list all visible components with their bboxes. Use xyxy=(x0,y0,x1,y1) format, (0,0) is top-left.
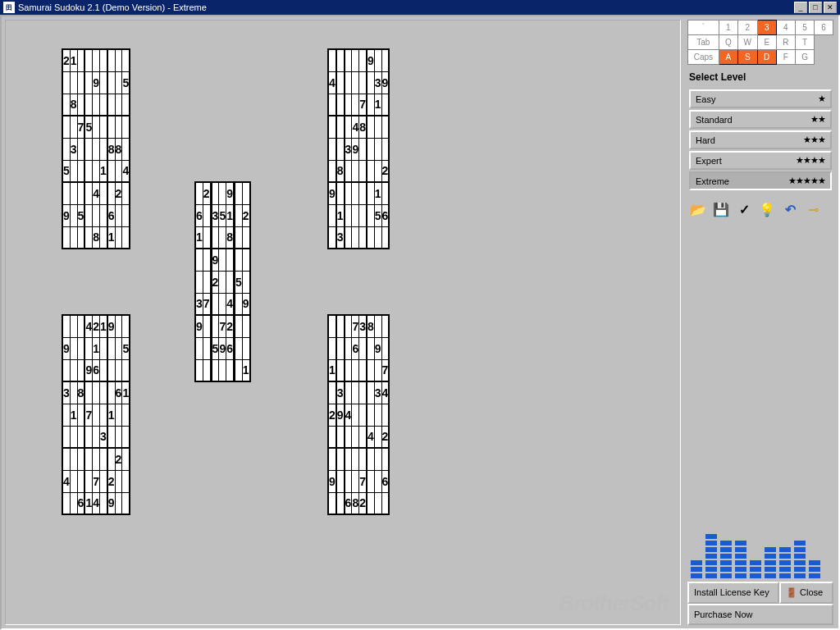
cell[interactable] xyxy=(328,204,336,226)
cell[interactable] xyxy=(122,470,130,492)
cell[interactable]: 9 xyxy=(367,49,374,71)
cell[interactable]: 4 xyxy=(226,293,234,315)
cell[interactable] xyxy=(336,448,344,470)
cell[interactable] xyxy=(219,293,226,315)
cell[interactable] xyxy=(203,249,210,271)
cell[interactable] xyxy=(345,470,352,492)
cell[interactable] xyxy=(367,359,374,381)
level-standard[interactable]: Standard★★ xyxy=(689,110,832,129)
cell[interactable]: 9 xyxy=(62,204,70,226)
cell[interactable]: 1 xyxy=(107,226,115,249)
cell[interactable]: 2 xyxy=(93,315,100,337)
cell[interactable] xyxy=(62,404,70,426)
cell[interactable] xyxy=(195,359,203,381)
cell[interactable]: 8 xyxy=(70,94,77,116)
cell[interactable] xyxy=(62,492,70,514)
level-extreme[interactable]: Extreme★★★★★ xyxy=(689,171,832,190)
cell[interactable] xyxy=(203,315,210,337)
cell[interactable] xyxy=(374,492,381,514)
cell[interactable]: 4 xyxy=(62,470,70,492)
cell[interactable] xyxy=(345,160,352,182)
cell[interactable] xyxy=(242,271,249,293)
cell[interactable] xyxy=(77,404,84,426)
cell[interactable] xyxy=(62,71,70,94)
cell[interactable]: 8 xyxy=(77,381,84,404)
cell[interactable] xyxy=(374,315,381,337)
cell[interactable] xyxy=(359,226,367,249)
cell[interactable]: 3 xyxy=(99,426,107,448)
cell[interactable] xyxy=(77,448,84,470)
cell[interactable]: 1 xyxy=(99,160,107,182)
cell[interactable] xyxy=(235,315,242,337)
cell[interactable] xyxy=(99,138,107,160)
cell[interactable]: 2 xyxy=(226,315,234,337)
cell[interactable]: 4 xyxy=(352,116,359,138)
cell[interactable]: 9 xyxy=(93,71,100,94)
cell[interactable] xyxy=(93,448,100,470)
cell[interactable] xyxy=(107,71,115,94)
cell[interactable]: 2 xyxy=(381,160,389,182)
cell[interactable] xyxy=(70,204,77,226)
cell[interactable] xyxy=(212,315,219,337)
cell[interactable] xyxy=(195,337,203,359)
cell[interactable] xyxy=(336,94,344,116)
cell[interactable] xyxy=(374,116,381,138)
cell[interactable] xyxy=(62,138,70,160)
cell[interactable]: 6 xyxy=(226,337,234,359)
cell[interactable]: 5 xyxy=(235,271,242,293)
cell[interactable] xyxy=(122,204,130,226)
cell[interactable] xyxy=(359,337,367,359)
cell[interactable] xyxy=(93,160,100,182)
cell[interactable] xyxy=(345,426,352,448)
cell[interactable] xyxy=(115,426,122,448)
cell[interactable] xyxy=(235,359,242,381)
cell[interactable]: 4 xyxy=(84,315,92,337)
cell[interactable] xyxy=(219,182,226,204)
cell[interactable] xyxy=(122,138,130,160)
cell[interactable] xyxy=(122,315,130,337)
cell[interactable] xyxy=(107,381,115,404)
cell[interactable]: 5 xyxy=(84,116,92,138)
cell[interactable] xyxy=(84,226,92,249)
cell[interactable]: 9 xyxy=(107,492,115,514)
cell[interactable] xyxy=(122,492,130,514)
cell[interactable] xyxy=(345,204,352,226)
cell[interactable] xyxy=(367,71,374,94)
cell[interactable]: 7 xyxy=(359,470,367,492)
cell[interactable]: 1 xyxy=(328,359,336,381)
cell[interactable] xyxy=(203,204,210,226)
cell[interactable]: 7 xyxy=(93,470,100,492)
cell[interactable] xyxy=(77,160,84,182)
cell[interactable]: 3 xyxy=(336,381,344,404)
hint-icon[interactable]: 💡 xyxy=(758,200,776,218)
cell[interactable] xyxy=(328,492,336,514)
cell[interactable]: 5 xyxy=(212,337,219,359)
cell[interactable]: 9 xyxy=(226,182,234,204)
cell[interactable] xyxy=(107,94,115,116)
cell[interactable]: 9 xyxy=(195,315,203,337)
cell[interactable]: 4 xyxy=(328,71,336,94)
cell[interactable]: 1 xyxy=(122,381,130,404)
cell[interactable] xyxy=(381,116,389,138)
cell[interactable]: 6 xyxy=(93,359,100,381)
cell[interactable]: 4 xyxy=(122,160,130,182)
minimize-button[interactable]: _ xyxy=(794,2,807,13)
cell[interactable] xyxy=(226,359,234,381)
cell[interactable] xyxy=(70,492,77,514)
cell[interactable] xyxy=(77,315,84,337)
cell[interactable] xyxy=(367,448,374,470)
cell[interactable] xyxy=(359,71,367,94)
cell[interactable] xyxy=(99,337,107,359)
cell[interactable] xyxy=(328,49,336,71)
level-easy[interactable]: Easy★ xyxy=(689,89,832,108)
cell[interactable] xyxy=(328,337,336,359)
cell[interactable] xyxy=(359,404,367,426)
cell[interactable]: 6 xyxy=(107,204,115,226)
cell[interactable] xyxy=(345,71,352,94)
cell[interactable] xyxy=(84,204,92,226)
cell[interactable] xyxy=(336,470,344,492)
cell[interactable] xyxy=(367,226,374,249)
cell[interactable] xyxy=(336,71,344,94)
cell[interactable] xyxy=(381,404,389,426)
cell[interactable] xyxy=(99,404,107,426)
